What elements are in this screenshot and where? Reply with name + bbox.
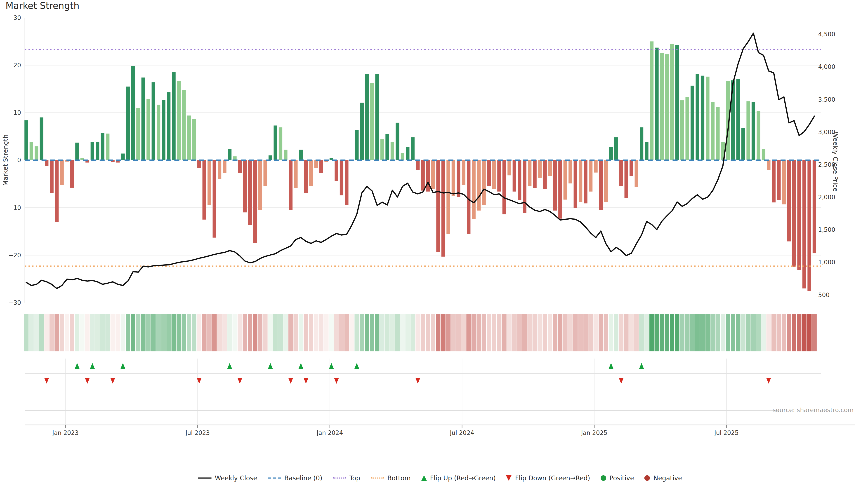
heatmap-cell	[685, 314, 689, 351]
heatmap-cell	[476, 314, 481, 351]
strength-bar	[436, 160, 440, 252]
heatmap-cell	[604, 314, 608, 351]
heatmap-cell	[253, 314, 257, 351]
heatmap-cell	[772, 314, 776, 351]
flip-up-marker	[639, 363, 644, 369]
strength-bar	[416, 160, 420, 170]
heatmap-cell	[725, 314, 730, 351]
right-tick-label: 500	[818, 291, 830, 298]
right-tick-label: 2,500	[818, 161, 835, 168]
flip-down-triangle-icon	[506, 475, 512, 481]
strength-bar	[802, 160, 806, 289]
heatmap-cell	[471, 314, 476, 351]
heatmap-cell	[146, 314, 151, 351]
strength-bar	[477, 160, 480, 210]
heatmap-cell	[690, 314, 694, 351]
strength-bar	[752, 102, 755, 160]
heatmap-cell	[797, 314, 801, 351]
strength-bar	[614, 137, 618, 160]
strength-bar	[772, 160, 776, 202]
flip-down-marker	[415, 378, 420, 384]
bottom-dotted-line-icon	[371, 477, 384, 479]
heatmap-cell	[721, 314, 725, 351]
heatmap-cell	[792, 314, 796, 351]
strength-bar	[813, 160, 816, 253]
heatmap-cell	[227, 314, 232, 351]
heatmap-cell	[314, 314, 318, 351]
heatmap-cell	[111, 314, 115, 351]
strength-bar	[131, 66, 135, 160]
heatmap-cell	[588, 314, 593, 351]
strength-bar	[452, 160, 455, 196]
heatmap-cell	[639, 314, 644, 351]
strength-bar	[197, 160, 201, 168]
heatmap-cell	[421, 314, 425, 351]
heatmap-cell	[268, 314, 273, 351]
strength-bar	[716, 107, 719, 160]
flip-down-marker	[288, 378, 293, 384]
heatmap-cell	[309, 314, 313, 351]
strength-bar	[513, 160, 516, 192]
heatmap-cell	[375, 314, 379, 351]
strength-bar	[579, 160, 582, 202]
top-dotted-line-icon	[333, 477, 346, 479]
heatmap-cell	[304, 314, 308, 351]
heatmap-cell	[649, 314, 654, 351]
heatmap-cell	[629, 314, 633, 351]
strength-bar	[741, 128, 745, 160]
heatmap-cell	[446, 314, 451, 351]
heatmap-cell	[222, 314, 227, 351]
heatmap-cell	[55, 314, 59, 351]
x-tick-label: Jul 2023	[185, 429, 210, 436]
legend-label: Weekly Close	[215, 474, 257, 482]
strength-bar	[228, 149, 231, 160]
heatmap-cell	[502, 314, 506, 351]
strength-bar	[411, 137, 414, 160]
strength-bar	[223, 160, 226, 173]
heatmap-cell	[187, 314, 191, 351]
heatmap-cell	[695, 314, 700, 351]
strength-bar	[294, 160, 298, 188]
heatmap-cell	[461, 314, 466, 351]
heatmap-cell	[248, 314, 252, 351]
strength-bar	[157, 105, 160, 160]
strength-bar	[660, 53, 664, 160]
strength-bar	[548, 160, 552, 176]
legend-label: Flip Up (Red→Green)	[430, 474, 496, 482]
baseline-dash-icon	[268, 477, 281, 479]
strength-bar	[147, 99, 150, 160]
heatmap-cell	[278, 314, 283, 351]
heatmap-cell	[29, 314, 34, 351]
strength-bar	[441, 160, 445, 257]
heatmap-cell	[131, 314, 135, 351]
negative-dot-icon	[645, 475, 650, 481]
heatmap-cell	[90, 314, 95, 351]
heatmap-cell	[126, 314, 130, 351]
heatmap-cell	[299, 314, 303, 351]
left-tick-label: −30	[8, 299, 21, 306]
left-tick-label: 0	[17, 157, 21, 164]
strength-bar	[497, 160, 501, 192]
strength-bar	[309, 160, 313, 186]
strength-bar	[563, 160, 567, 200]
heatmap-cell	[497, 314, 501, 351]
heatmap-cell	[715, 314, 720, 351]
strength-bar	[284, 150, 287, 160]
heatmap-cell	[645, 314, 649, 351]
heatmap-cell	[736, 314, 740, 351]
flip-up-marker	[354, 363, 359, 369]
heatmap-cell	[426, 314, 430, 351]
chart-canvas: Jan 2023Jul 2023Jan 2024Jul 2024Jan 2025…	[0, 0, 868, 488]
heatmap-cell	[665, 314, 669, 351]
strength-bar	[625, 160, 628, 198]
strength-bar	[126, 87, 130, 160]
strength-bar	[482, 160, 486, 205]
strength-bar	[289, 160, 292, 210]
flip-down-marker	[44, 378, 49, 384]
heatmap-cell	[492, 314, 496, 351]
heatmap-cell	[807, 314, 811, 351]
strength-bar	[335, 160, 338, 181]
strength-bar	[70, 160, 74, 188]
legend: Weekly Close Baseline (0) Top Bottom Fli…	[25, 474, 855, 482]
heatmap-cell	[44, 314, 49, 351]
